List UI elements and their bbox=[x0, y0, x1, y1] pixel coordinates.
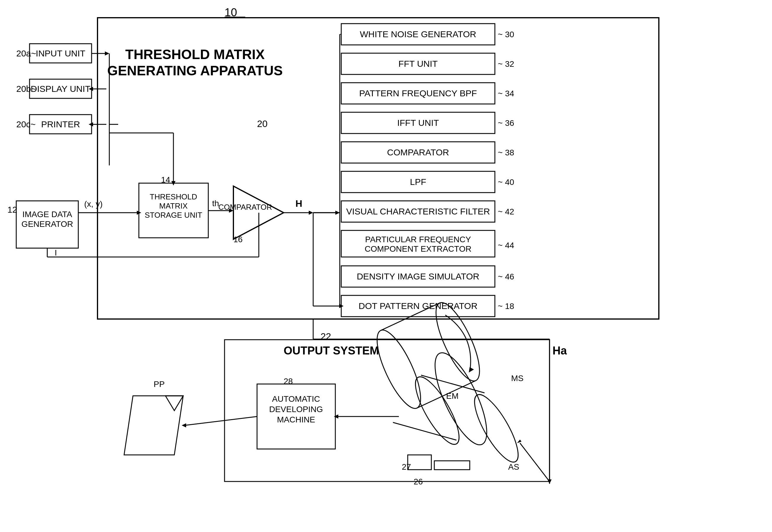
th-label: th bbox=[212, 199, 219, 208]
MS-label: MS bbox=[511, 374, 524, 383]
AS-label: AS bbox=[508, 462, 519, 471]
cylinder-ellipse-left bbox=[408, 371, 467, 450]
ref-20c: 20c~ bbox=[16, 119, 36, 129]
particular-freq-label1: PARTICULAR FREQUENCY bbox=[365, 235, 471, 244]
ref-16: 16 bbox=[233, 235, 243, 244]
diagram-container: 10 THRESHOLD MATRIX GENERATING APPARATUS… bbox=[0, 0, 772, 532]
white-noise-label: WHITE NOISE GENERATOR bbox=[360, 29, 476, 39]
density-image-label: DENSITY IMAGE SIMULATOR bbox=[357, 271, 479, 281]
pattern-freq-label: PATTERN FREQUENCY BPF bbox=[359, 88, 477, 98]
svg-line-29 bbox=[520, 443, 550, 481]
drum-body bbox=[425, 346, 497, 451]
ref-12: 12 bbox=[7, 205, 17, 214]
arrow-to-auto-dev bbox=[334, 414, 338, 419]
auto-developing-label2: DEVELOPING bbox=[269, 405, 323, 414]
ref-27: 27 bbox=[402, 462, 411, 471]
svg-line-30 bbox=[185, 417, 257, 425]
ref-22: 22 bbox=[321, 331, 331, 342]
ref-30: ~ 30 bbox=[498, 30, 514, 39]
ref-20a: 20a~ bbox=[16, 48, 36, 58]
Ha-label: Ha bbox=[552, 344, 567, 357]
xy-label: (x, y) bbox=[84, 199, 103, 209]
ref-40: ~ 40 bbox=[498, 178, 514, 187]
ifft-label: IFFT UNIT bbox=[397, 118, 439, 128]
output-system-label: OUTPUT SYSTEM bbox=[284, 344, 379, 357]
threshold-storage-label1: THRESHOLD bbox=[150, 192, 197, 201]
image-data-gen-label2: GENERATOR bbox=[22, 219, 73, 229]
ref-42: ~ 42 bbox=[498, 207, 514, 216]
auto-developing-label3: MACHINE bbox=[277, 415, 315, 424]
ref-32: ~ 32 bbox=[498, 59, 514, 69]
lpf-label: LPF bbox=[410, 177, 426, 187]
main-apparatus-label: THRESHOLD MATRIX bbox=[125, 47, 265, 62]
particular-freq-label2: COMPONENT EXTRACTOR bbox=[365, 244, 471, 253]
ref-44: ~ 44 bbox=[498, 241, 514, 250]
arrow-H bbox=[309, 211, 313, 215]
ref-18: ~ 18 bbox=[498, 302, 514, 311]
dot-pattern-label: DOT PATTERN GENERATOR bbox=[359, 301, 477, 311]
cylinder-ellipse-right bbox=[467, 389, 526, 467]
ref-46: ~ 46 bbox=[498, 272, 514, 281]
component-27 bbox=[434, 461, 470, 470]
ref-28: 28 bbox=[284, 377, 293, 386]
arrow-printer bbox=[89, 122, 93, 126]
arrow-to-pp bbox=[182, 423, 186, 427]
ref-38: ~ 38 bbox=[498, 148, 514, 157]
main-apparatus-label2: GENERATING APPARATUS bbox=[107, 63, 283, 78]
fft-label: FFT UNIT bbox=[399, 59, 438, 69]
auto-developing-label1: AUTOMATIC bbox=[272, 394, 320, 404]
arrow-input bbox=[105, 51, 109, 56]
comparator-label-inside: COMPARATOR bbox=[218, 203, 272, 212]
PP-label: PP bbox=[154, 380, 165, 389]
input-unit-label: INPUT UNIT bbox=[36, 48, 85, 58]
threshold-storage-label2: MATRIX bbox=[159, 201, 188, 210]
ref-20b: 20b~ bbox=[16, 84, 36, 94]
ref-26: 26 bbox=[414, 477, 423, 486]
component-26 bbox=[408, 455, 431, 470]
ref-34: ~ 34 bbox=[498, 89, 514, 98]
I-label: I bbox=[55, 248, 57, 257]
ref-36: ~ 36 bbox=[498, 118, 514, 128]
display-unit-label: DISPLAY UNIT bbox=[31, 84, 90, 94]
visual-char-label: VISUAL CHARACTERISTIC FILTER bbox=[346, 206, 490, 216]
paper-shape bbox=[124, 396, 183, 455]
H-label: H bbox=[295, 198, 302, 209]
svg-line-21 bbox=[393, 422, 456, 440]
ref-14: 14 bbox=[161, 175, 170, 184]
paper-fold bbox=[165, 396, 183, 411]
ref-20: 20 bbox=[257, 118, 268, 129]
svg-point-22 bbox=[369, 325, 429, 414]
image-data-gen-label1: IMAGE DATA bbox=[22, 210, 72, 219]
comparator2-label: COMPARATOR bbox=[387, 147, 449, 157]
EM-label: EM bbox=[446, 391, 459, 401]
threshold-storage-label3: STORAGE UNIT bbox=[145, 211, 202, 219]
printer-label: PRINTER bbox=[41, 119, 80, 129]
arrow-into-drum bbox=[517, 440, 521, 443]
